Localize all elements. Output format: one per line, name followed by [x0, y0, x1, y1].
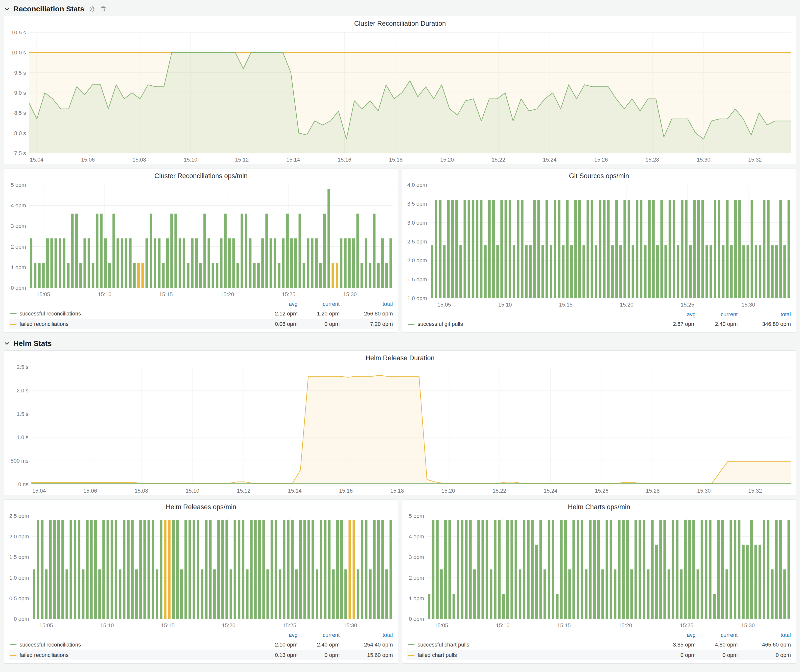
svg-text:15:15: 15:15 — [557, 622, 571, 629]
svg-text:15:30: 15:30 — [697, 157, 710, 163]
svg-text:15:30: 15:30 — [343, 622, 357, 629]
legend-avg-value: 3.85 opm — [654, 642, 696, 648]
panel-title[interactable]: Cluster Reconciliation Duration — [4, 16, 796, 29]
svg-text:15:30: 15:30 — [697, 488, 711, 494]
svg-text:15:10: 15:10 — [498, 302, 512, 308]
svg-text:15:18: 15:18 — [390, 488, 404, 494]
legend-series-label[interactable]: successful git pulls — [418, 321, 463, 327]
svg-text:15:24: 15:24 — [544, 488, 557, 494]
svg-text:8.0 s: 8.0 s — [14, 130, 26, 136]
legend-header-current[interactable]: current — [298, 301, 340, 307]
trash-icon[interactable] — [100, 6, 107, 12]
panel-git-sources-ops: Git Sources ops/min 15:0515:1015:1515:20… — [402, 168, 796, 333]
svg-text:15:12: 15:12 — [237, 488, 251, 494]
series-color-marker — [408, 324, 414, 325]
legend-header-total[interactable]: total — [340, 301, 393, 307]
legend-header-current[interactable]: current — [696, 311, 738, 318]
helm-releases-ops-chart[interactable]: 15:0515:1015:1515:2015:2515:302.5 opm2.0… — [4, 512, 398, 630]
panel-title[interactable]: Git Sources ops/min — [402, 168, 796, 181]
svg-text:10.0 s: 10.0 s — [11, 50, 26, 56]
series-color-marker — [408, 644, 414, 645]
series-color-marker — [10, 313, 17, 314]
svg-text:1.5 opm: 1.5 opm — [10, 554, 29, 560]
collapse-chevron-icon[interactable] — [4, 341, 10, 346]
helm-charts-ops-chart[interactable]: 15:0515:1015:1515:2015:2515:305 opm4 opm… — [402, 512, 796, 630]
cluster-reconciliations-ops-chart[interactable]: 15:0515:1015:1515:2015:2515:305 opm4 opm… — [4, 181, 398, 299]
legend-series-label[interactable]: successful chart pulls — [418, 642, 469, 648]
svg-text:15:26: 15:26 — [595, 488, 608, 494]
svg-text:15:25: 15:25 — [681, 302, 694, 308]
svg-text:9.5 s: 9.5 s — [14, 70, 26, 76]
legend-series-label[interactable]: failed reconciliations — [19, 652, 69, 658]
svg-text:15:10: 15:10 — [100, 622, 114, 629]
panel-title[interactable]: Cluster Reconciliations ops/min — [4, 168, 398, 181]
legend-series-label[interactable]: failed chart pulls — [418, 652, 457, 658]
legend-header-total[interactable]: total — [340, 632, 393, 638]
svg-text:15:25: 15:25 — [282, 291, 295, 298]
svg-text:0 ns: 0 ns — [18, 481, 29, 487]
svg-text:15:10: 15:10 — [184, 157, 197, 163]
section-title[interactable]: Helm Stats — [13, 339, 52, 348]
svg-text:3 opm: 3 opm — [11, 223, 26, 229]
series-color-marker — [408, 655, 414, 656]
legend-current-value: 2.40 opm — [298, 642, 340, 648]
legend-avg-value: 0.06 opm — [256, 321, 298, 327]
legend-series-label[interactable]: successful reconciliations — [19, 310, 81, 317]
svg-text:3.0 opm: 3.0 opm — [407, 220, 427, 226]
panel-title[interactable]: Helm Release Duration — [4, 350, 796, 363]
legend-avg-value: 2.10 opm — [256, 642, 298, 648]
svg-text:15:28: 15:28 — [646, 488, 659, 494]
svg-text:2 opm: 2 opm — [409, 575, 424, 581]
svg-text:15:20: 15:20 — [440, 157, 454, 163]
svg-text:0 opm: 0 opm — [14, 616, 29, 622]
legend-row: successful reconciliations 2.10 opm 2.40… — [9, 640, 393, 650]
panel-cluster-reconciliation-duration: Cluster Reconciliation Duration 15:0415:… — [4, 16, 796, 164]
legend: avg current total successful chart pulls… — [402, 630, 796, 663]
legend-series-label[interactable]: failed reconciliations — [19, 321, 69, 327]
legend-total-value: 465.60 opm — [738, 642, 791, 648]
row-helm-ops: Helm Releases ops/min 15:0515:1015:1515:… — [4, 499, 796, 664]
legend-avg-value: 2.12 opm — [256, 310, 298, 317]
legend-header-avg[interactable]: avg — [256, 632, 298, 638]
legend-header-total[interactable]: total — [738, 632, 791, 638]
svg-text:15:30: 15:30 — [741, 622, 755, 629]
legend-header-row: avg current total — [407, 310, 791, 319]
svg-text:15:30: 15:30 — [741, 302, 755, 308]
svg-text:5 opm: 5 opm — [409, 513, 424, 519]
legend-header-row: avg current total — [9, 300, 393, 309]
legend-header-avg[interactable]: avg — [256, 301, 298, 307]
svg-text:15:26: 15:26 — [594, 157, 608, 163]
panel-helm-release-duration: Helm Release Duration 15:0415:0615:0815:… — [4, 350, 796, 495]
svg-text:2.0 opm: 2.0 opm — [407, 257, 427, 264]
svg-text:15:15: 15:15 — [161, 622, 174, 629]
legend-header-current[interactable]: current — [298, 632, 340, 638]
collapse-chevron-icon[interactable] — [4, 6, 10, 12]
svg-text:15:12: 15:12 — [235, 157, 249, 163]
helm-release-duration-chart[interactable]: 15:0415:0615:0815:1015:1215:1415:1615:18… — [4, 363, 796, 495]
section-title[interactable]: Reconciliation Stats — [13, 5, 84, 13]
panel-title[interactable]: Helm Charts ops/min — [402, 499, 796, 512]
svg-text:7.5 s: 7.5 s — [14, 150, 26, 156]
legend-total-value: 346.80 opm — [738, 321, 791, 327]
legend-avg-value: 0.13 opm — [256, 652, 298, 658]
svg-text:15:22: 15:22 — [493, 488, 506, 494]
legend-header-current[interactable]: current — [696, 632, 738, 638]
legend-row: successful chart pulls 3.85 opm 4.80 opm… — [407, 640, 791, 650]
panel-title[interactable]: Helm Releases ops/min — [4, 499, 398, 512]
legend-series-label[interactable]: successful reconciliations — [19, 642, 81, 648]
legend-avg-value: 0 opm — [654, 652, 696, 658]
legend-total-value: 256.80 opm — [340, 310, 393, 317]
svg-text:15:32: 15:32 — [748, 157, 762, 163]
cluster-reconciliation-duration-chart[interactable]: 15:0415:0615:0815:1015:1215:1415:1615:18… — [4, 29, 796, 164]
svg-text:4 opm: 4 opm — [409, 533, 424, 540]
legend-header-avg[interactable]: avg — [654, 311, 696, 318]
gear-icon[interactable] — [89, 5, 96, 12]
legend-header-row: avg current total — [407, 631, 791, 640]
chart-svg: 15:0515:1015:1515:2015:2515:302.5 opm2.0… — [4, 512, 398, 630]
legend-current-value: 4.80 opm — [696, 642, 738, 648]
svg-text:2.0 s: 2.0 s — [17, 387, 29, 394]
legend-header-total[interactable]: total — [738, 311, 791, 318]
git-sources-ops-chart[interactable]: 15:0515:1015:1515:2015:2515:304.0 opm3.5… — [402, 181, 796, 309]
legend-header-avg[interactable]: avg — [654, 632, 696, 638]
series-color-marker — [10, 644, 17, 645]
